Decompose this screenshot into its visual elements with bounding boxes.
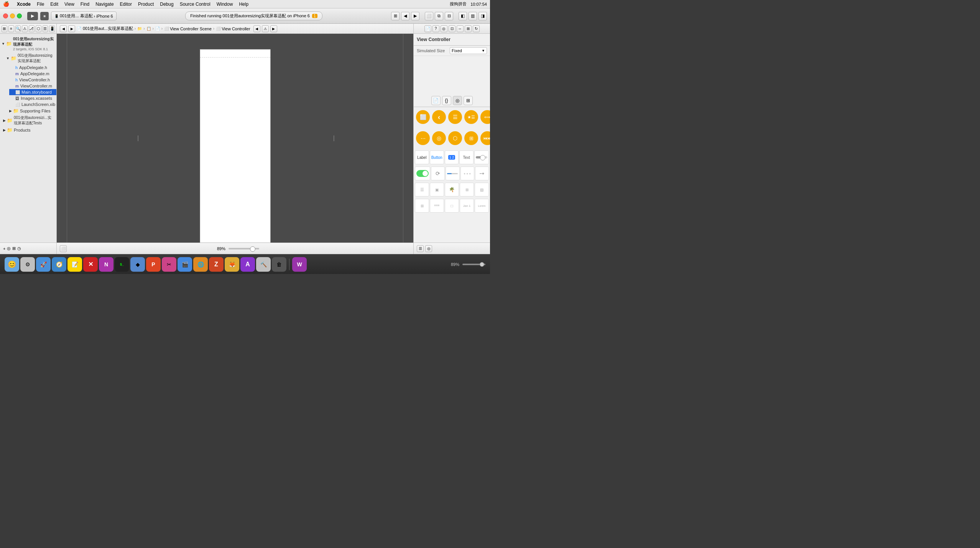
breadcrumb-back-btn[interactable]: ◀ [60,25,67,32]
obj-list-view-btn[interactable]: ☰ [417,245,424,252]
ui-switch[interactable] [415,167,430,180]
obj-glkit-vc[interactable]: ◎ [431,130,447,148]
breadcrumb-controller[interactable]: ⬜ View Controller [216,26,250,31]
ui-date-picker[interactable]: Jan 1 [460,199,474,213]
dock-app7[interactable]: P [146,257,161,272]
obj-table-vc[interactable]: ☰ [447,109,463,127]
dock-app10[interactable]: 🌐 [193,257,208,272]
dock-app12[interactable]: 🦊 [225,257,239,272]
maximize-window-btn[interactable] [17,13,22,18]
obj-lib-circle-btn[interactable]: ◎ [453,96,462,105]
dock-onenote[interactable]: N [99,257,113,272]
breadcrumb-back2-btn[interactable]: ◀ [253,25,260,32]
sidebar-project-header[interactable]: ▼ 📁 001使用autoresizing实现屏幕适配 2 targets, i… [0,35,56,52]
sidebar-products-group[interactable]: ▶ 📁 Products [0,127,56,134]
sidebar-grid-btn[interactable]: ⊞ [2,25,7,32]
ui-segmented[interactable]: 1 2 [445,150,459,164]
obj-lib-grid-btn[interactable]: ⊞ [464,96,473,105]
ui-web-view[interactable]: Lorem [475,199,489,213]
canvas-area[interactable]: | | ↖ [57,34,413,243]
rp-refresh-btn[interactable]: ↻ [473,25,480,32]
dock-app13[interactable]: A [240,257,255,272]
dock-x-app[interactable]: ✕ [83,257,98,272]
apple-menu[interactable]: 🍎 [3,1,9,7]
ui-progress-view[interactable] [446,167,459,180]
ui-table-cell[interactable]: ▣ [430,183,444,196]
rp-circle-btn[interactable]: ◎ [441,25,447,32]
menu-xcode[interactable]: Xcode [17,2,31,7]
ui-page-control[interactable]: ● ● ● [460,167,474,180]
rp-file-btn[interactable]: 📄 [424,25,431,32]
scheme-selector[interactable]: 📱 001使用... 幕适配 › iPhone 6 [51,12,117,20]
sidebar-launchscreen-xib[interactable]: ⬜ LaunchScreen.xib [9,101,56,107]
breadcrumb-scene[interactable]: ⬜ View Controller Scene [164,26,212,31]
grid-view-btn[interactable]: ⊞ [391,12,400,20]
ui-scroll-view[interactable]: □ [445,199,459,213]
obj-avkit-vc[interactable]: ⏮⏭ [480,130,490,148]
dock-app11[interactable]: Z [209,257,224,272]
sidebar-search-btn[interactable]: 🔍 [15,25,21,32]
obj-tab-bar-vc[interactable]: ⋯ [415,130,431,148]
minimize-window-btn[interactable] [10,13,15,18]
bottom-zoom-slider[interactable] [462,264,485,265]
dock-app8[interactable]: ✂ [162,257,176,272]
dock-system-prefs[interactable]: ⚙ [20,257,35,272]
ui-table-view[interactable]: ☰ [415,183,429,196]
menu-file[interactable]: File [37,2,44,7]
menu-source-control[interactable]: Source Control [180,2,210,7]
sidebar-viewcontroller-h[interactable]: h ViewController.h [9,77,56,83]
sidebar-appdelegate-m[interactable]: m AppDelegate.m [9,71,56,77]
ui-text-view[interactable]: ≡≡≡ [430,199,444,213]
close-window-btn[interactable] [3,13,8,18]
menu-editor[interactable]: Editor [120,2,132,7]
obj-collection-view[interactable]: ⊞ [464,130,479,148]
run-button[interactable]: ▶ [27,12,38,20]
sidebar-viewcontroller-m[interactable]: m ViewController.m [9,83,56,89]
dock-launchpad[interactable]: 🚀 [36,257,51,272]
add-item-btn[interactable]: + [3,246,5,251]
ui-visual-effect[interactable]: ▨ [475,183,489,196]
sidebar-git-btn[interactable]: ⎇ [29,25,35,32]
ui-stepper[interactable]: −+ [475,167,489,180]
obj-page-vc[interactable]: ⟺ [480,109,490,127]
sidebar-group-btn[interactable]: ⊞ [12,246,16,251]
sidebar-sort-btn[interactable]: ◷ [17,246,21,251]
menu-find[interactable]: Find [81,2,89,7]
dock-finder[interactable]: 😊 [5,257,19,272]
ui-activity-indicator[interactable]: ⟳ [431,167,445,180]
sidebar-device-btn[interactable]: 📱 [49,25,55,32]
nav-panel-btn[interactable]: ◧ [459,12,467,20]
sidebar-tests-group[interactable]: ▶ 📁 001使用autoresizi...实现屏幕适配Tests [0,114,56,127]
sidebar-filter-btn[interactable]: ◎ [7,246,11,251]
dock-notes[interactable]: 📝 [67,257,82,272]
back-history-btn[interactable]: ◀ [401,12,409,20]
dock-hammer[interactable]: 🔨 [256,257,271,272]
dock-app6[interactable]: ◆ [130,257,145,272]
breadcrumb-forward-btn[interactable]: ▶ [68,25,75,32]
sidebar-images-xcassets[interactable]: 🖼 Images.xcassets [9,95,56,101]
obj-lib-file-btn[interactable]: 📄 [431,96,441,105]
menu-help[interactable]: Help [239,2,248,7]
dock-app9[interactable]: 🎬 [178,257,192,272]
sidebar-main-group[interactable]: ▼ 📁 001使用autoresizing实现屏幕适配 [5,52,56,64]
menu-navigate[interactable]: Navigate [95,2,113,7]
breadcrumb-project[interactable]: 001使用aut...实现屏幕适配 [83,26,133,31]
simulated-size-select[interactable]: Fixed ▼ [450,47,487,54]
zoom-slider[interactable] [229,248,259,249]
sidebar-supporting-files-group[interactable]: ▶ 📁 Supporting Files [5,107,56,114]
obj-refresh-btn[interactable]: ◎ [425,245,432,252]
rp-size-btn[interactable]: ⊡ [449,25,455,32]
dock-trash[interactable]: 🗑 [272,257,286,272]
ui-collection-view[interactable]: ⊞ [460,183,474,196]
obj-scene-kit-vc[interactable]: ⬡ [447,130,463,148]
sidebar-appdelegate-h[interactable]: h AppDelegate.h [9,64,56,71]
breadcrumb-warning-btn[interactable]: ⚠ [262,25,269,32]
breadcrumb-next-btn[interactable]: ▶ [270,25,277,32]
menu-edit[interactable]: Edit [50,2,58,7]
ui-image-view[interactable]: 🌴 [445,183,459,196]
rp-layout-btn[interactable]: ⊞ [465,25,472,32]
editor-standard-btn[interactable]: ⬜ [425,12,433,20]
ui-label[interactable]: Label [415,150,429,164]
dock-safari[interactable]: 🧭 [52,257,66,272]
menu-window[interactable]: Window [217,2,233,7]
